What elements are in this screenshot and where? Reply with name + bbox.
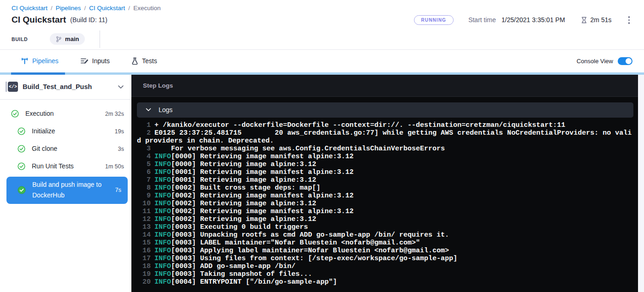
inputs-icon [80,57,89,65]
step-row[interactable]: Build and push image to DockerHub7s [6,177,128,204]
log-text: [0003] Applying label maintainer=Nofar B… [171,247,449,255]
logs-section-header[interactable]: Logs [137,102,633,118]
log-level: INFO [154,192,171,200]
log-text: [0003] LABEL maintainer="Nofar Bluestein… [171,239,420,247]
start-time-label: Start time [468,16,496,24]
tab-label: Pipelines [32,57,59,65]
log-text: [0003] ADD go-sample-app /bin/ [171,262,295,270]
log-line: 1+ /kaniko/executor --dockerfile=Dockerf… [137,121,633,129]
log-line-number: 8 [137,184,151,192]
log-line: 3 For verbose messaging see aws.Config.C… [137,145,633,153]
tab-bar: PipelinesInputsTests Console View [0,49,644,72]
step-logs-title: Step Logs [143,82,173,89]
log-text: For verbose messaging see aws.Config.Cre… [154,145,445,153]
log-line: 12INFO[0002] Retrieving image alpine:3.1… [137,215,633,223]
step-duration: 19s [115,128,124,135]
success-check-icon [18,186,26,194]
tab-inputs[interactable]: Inputs [80,57,110,65]
tab-tests[interactable]: Tests [131,57,157,65]
log-line-number: 18 [137,262,151,270]
log-level: INFO [154,270,171,278]
tests-icon [131,57,138,65]
step-row[interactable]: Execution2m 32s [0,105,131,123]
console-view-label: Console View [577,58,613,65]
logs-section-title: Logs [159,106,172,113]
log-line: 6INFO[0001] Retrieving image manifest al… [137,168,633,176]
log-line: 9INFO[0002] Retrieving image manifest al… [137,192,633,200]
log-level: INFO [154,176,171,184]
breadcrumb-current: Execution [133,5,160,12]
log-text: [0004] ENTRYPOINT ["/bin/go-sample-app"] [171,278,337,286]
log-line-number: 13 [137,223,151,231]
console-body: Logs 1+ /kaniko/executor --dockerfile=Do… [131,97,638,292]
log-level: INFO [154,255,171,262]
log-line-number: 9 [137,192,151,200]
status-badge: RUNNING [414,15,454,25]
log-level: INFO [154,200,171,208]
breadcrumb-separator: / [51,5,53,12]
kebab-menu-icon[interactable] [626,15,633,25]
breadcrumb: CI Quickstart/Pipelines/CI Quickstart/Ex… [12,5,632,12]
log-level: INFO [154,208,171,215]
log-line-number: 2 [137,129,151,137]
log-line-number: 11 [137,208,151,215]
log-level: INFO [154,231,171,239]
log-output: 1+ /kaniko/executor --dockerfile=Dockerf… [137,121,633,286]
branch-chip[interactable]: main [50,33,85,45]
log-level: INFO [154,239,171,247]
page-header: CI Quickstart/Pipelines/CI Quickstart/Ex… [0,0,644,49]
step-duration: 2m 32s [105,111,124,117]
chevron-down-icon [146,108,151,112]
log-line-number: 6 [137,168,151,176]
log-level: INFO [154,262,171,270]
step-row[interactable]: Initialize19s [0,123,131,140]
log-level: INFO [154,247,171,255]
log-line: 11INFO[0002] Retrieving image manifest a… [137,208,633,215]
log-line: 10INFO[0002] Retrieving image alpine:3.1… [137,200,633,208]
log-text: [0003] Executing 0 build triggers [171,223,308,231]
log-line: 18INFO[0003] ADD go-sample-app /bin/ [137,262,633,270]
hourglass-icon [581,17,587,24]
log-line-number: 3 [137,145,151,153]
log-line: 15INFO[0003] LABEL maintainer="Nofar Blu… [137,239,633,247]
log-line-number: 17 [137,255,151,262]
step-list: Execution2m 32sInitialize19sGit clone3sR… [0,100,131,206]
log-line-number: 16 [137,247,151,255]
log-line-number: 4 [137,153,151,161]
log-line: 17INFO[0003] Using files from context: [… [137,255,633,262]
breadcrumb-link[interactable]: Pipelines [56,5,81,12]
step-label: Initialize [32,126,111,137]
breadcrumb-link[interactable]: CI Quickstart [89,5,125,12]
log-text: [0002] Retrieving image alpine:3.12 [171,200,316,208]
tab-pipelines[interactable]: Pipelines [21,57,59,65]
step-row[interactable]: Run Unit Tests1m 50s [0,158,131,175]
log-text: [0001] Retrieving image alpine:3.12 [171,176,316,184]
tab-label: Inputs [92,57,110,65]
step-row[interactable]: Git clone3s [0,140,131,158]
chevron-down-icon [118,83,124,91]
log-text: [0003] Using files from context: [/step-… [171,255,457,262]
log-text: [0003] Unpacking rootfs as cmd ADD go-sa… [171,231,449,239]
stage-selector[interactable]: </> Build_Test_and_Push [0,75,131,100]
log-line: 4INFO[0000] Retrieving image manifest al… [137,153,633,161]
log-line-number: 7 [137,176,151,184]
console-view-toggle[interactable] [618,57,632,65]
success-check-icon [11,110,19,118]
log-line: 20INFO[0004] ENTRYPOINT ["/bin/go-sample… [137,278,633,286]
log-text: [0002] Retrieving image manifest alpine:… [171,208,354,215]
log-line-number: 10 [137,200,151,208]
log-text: + /kaniko/executor --dockerfile=Dockerfi… [154,121,565,129]
build-label: BUILD [12,36,28,42]
branch-name: main [65,36,79,42]
step-label: Run Unit Tests [32,161,101,172]
log-level: INFO [154,223,171,231]
active-tab-indicator [11,72,65,75]
console-panel: Step Logs Logs 1+ /kaniko/executor --doc… [131,75,638,292]
start-time-value: 1/25/2021 3:35:01 PM [502,16,565,24]
log-line: 13INFO[0003] Executing 0 build triggers [137,223,633,231]
stage-code-icon: </> [6,82,18,92]
breadcrumb-link[interactable]: CI Quickstart [12,5,47,12]
log-line-number: 1 [137,121,151,129]
right-gutter [638,75,644,292]
breadcrumb-separator: / [128,5,130,12]
